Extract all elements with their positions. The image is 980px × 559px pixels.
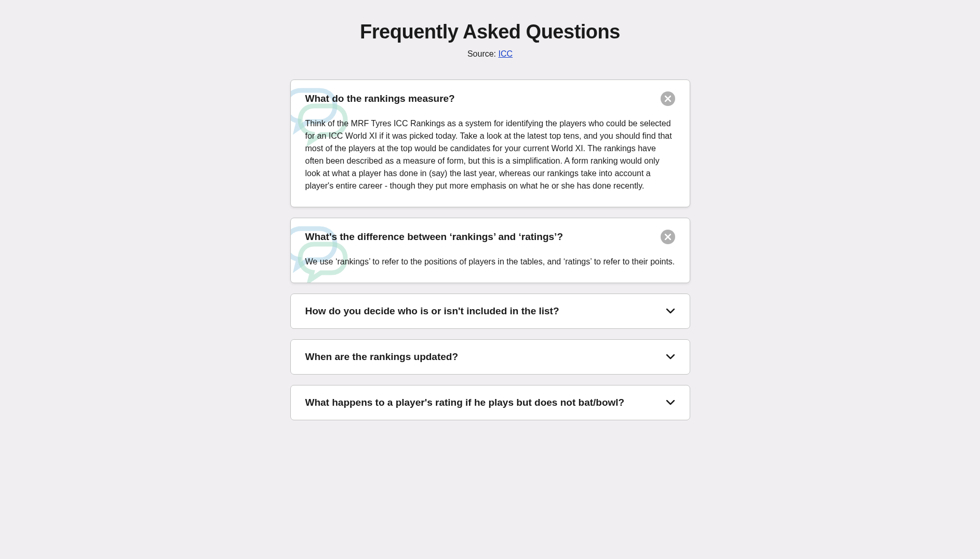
faq-header[interactable]: How do you decide who is or isn't includ…	[291, 294, 690, 328]
source-link[interactable]: ICC	[499, 49, 513, 58]
faq-question: What's the difference between ‘rankings’…	[305, 231, 563, 243]
faq-question: What do the rankings measure?	[305, 93, 455, 104]
faq-header[interactable]: What's the difference between ‘rankings’…	[291, 218, 690, 256]
faq-header[interactable]: What happens to a player's rating if he …	[291, 385, 690, 420]
page-title: Frequently Asked Questions	[290, 21, 690, 43]
faq-question: How do you decide who is or isn't includ…	[305, 305, 559, 317]
faq-answer: Think of the MRF Tyres ICC Rankings as a…	[291, 117, 690, 207]
close-icon[interactable]	[661, 91, 675, 106]
faq-item: When are the rankings updated?	[290, 339, 690, 375]
chevron-down-icon[interactable]	[666, 398, 675, 407]
chevron-down-icon[interactable]	[666, 352, 675, 362]
faq-header[interactable]: What do the rankings measure?	[291, 80, 690, 117]
faq-question: When are the rankings updated?	[305, 351, 459, 363]
faq-item: What do the rankings measure?Think of th…	[290, 79, 690, 207]
source-line: Source: ICC	[290, 49, 690, 59]
faq-answer: We use ‘rankings’ to refer to the positi…	[291, 256, 690, 283]
faq-item: What's the difference between ‘rankings’…	[290, 218, 690, 283]
faq-list: What do the rankings measure?Think of th…	[290, 79, 690, 420]
faq-question: What happens to a player's rating if he …	[305, 397, 625, 408]
faq-item: How do you decide who is or isn't includ…	[290, 294, 690, 329]
faq-header[interactable]: When are the rankings updated?	[291, 340, 690, 374]
faq-item: What happens to a player's rating if he …	[290, 385, 690, 420]
close-icon[interactable]	[661, 230, 675, 244]
chevron-down-icon[interactable]	[666, 307, 675, 316]
source-label: Source:	[467, 49, 499, 58]
